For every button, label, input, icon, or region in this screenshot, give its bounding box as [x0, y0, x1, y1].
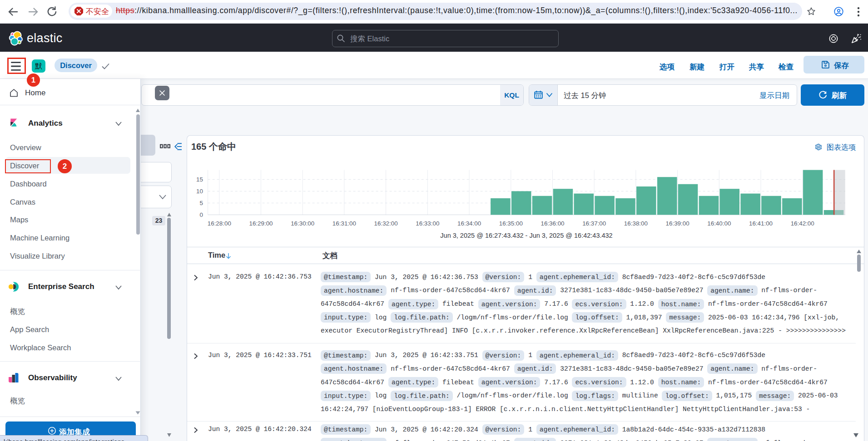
- svg-text:16:34:00: 16:34:00: [457, 220, 481, 227]
- svg-text:15: 15: [196, 176, 203, 183]
- svg-text:16:28:00: 16:28:00: [208, 220, 231, 227]
- svg-text:16:42:00: 16:42:00: [791, 220, 814, 227]
- svg-text:16:41:00: 16:41:00: [749, 220, 773, 227]
- svg-text:16:31:00: 16:31:00: [332, 220, 356, 227]
- svg-text:16:39:00: 16:39:00: [666, 220, 689, 227]
- svg-text:16:36:00: 16:36:00: [541, 220, 564, 227]
- svg-text:16:40:00: 16:40:00: [707, 220, 731, 227]
- svg-text:16:30:00: 16:30:00: [291, 220, 314, 227]
- svg-text:16:33:00: 16:33:00: [416, 220, 439, 227]
- svg-text:10: 10: [196, 188, 203, 195]
- svg-text:5: 5: [200, 200, 203, 206]
- svg-text:16:38:00: 16:38:00: [624, 220, 648, 227]
- svg-text:16:35:00: 16:35:00: [499, 220, 523, 227]
- svg-text:16:37:00: 16:37:00: [582, 220, 606, 227]
- svg-text:0: 0: [200, 211, 203, 218]
- svg-text:16:32:00: 16:32:00: [374, 220, 398, 227]
- svg-text:16:29:00: 16:29:00: [249, 220, 273, 227]
